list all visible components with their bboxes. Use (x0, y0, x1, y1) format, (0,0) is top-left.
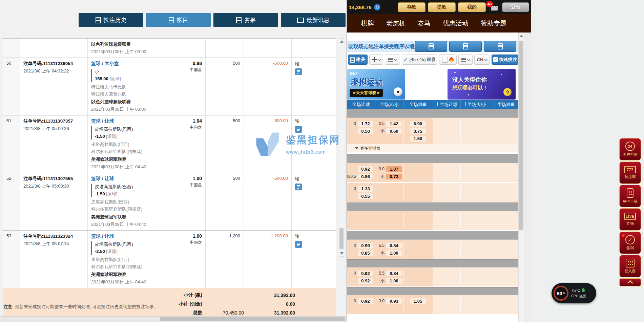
odds-button[interactable]: 0.92 (358, 271, 373, 276)
col-full-overunder[interactable]: 全场大/小 (375, 100, 404, 109)
odds-button-highlighted[interactable]: 1.07 (386, 166, 402, 172)
nav-item-horse-racing[interactable]: 赛马 (418, 19, 431, 28)
odds-button[interactable]: 0.85 (358, 250, 373, 256)
bet-note-icon[interactable] (295, 126, 302, 133)
league-band[interactable] (347, 154, 518, 163)
odds-button[interactable]: 1.00 (386, 278, 402, 284)
notification-dot (622, 234, 625, 237)
language-dropdown[interactable]: CN (474, 55, 490, 65)
col-full-handicap[interactable]: 全场让球 (347, 100, 375, 109)
bet-note-icon[interactable] (295, 68, 302, 75)
odds-button[interactable]: 1.05 (410, 298, 426, 304)
add-market-dropdown[interactable] (369, 55, 383, 65)
view-mode-dropdown[interactable] (458, 55, 472, 65)
refresh-balance-icon[interactable]: ↻ (374, 4, 380, 10)
row-number: 53 (3, 231, 20, 288)
slots-button[interactable]: 777 玩拉霸 (619, 162, 641, 184)
login-device-button[interactable]: 登入器 (619, 255, 641, 277)
odds-button[interactable]: 0.92 (358, 278, 373, 284)
odds-button[interactable]: 0.86 (358, 174, 373, 179)
table-row: 50 注单号码:111311236054 2021/3/8 上午 04:32:2… (3, 58, 336, 115)
event-time: 2021年03月08日 上午 03:00 (91, 106, 169, 112)
odds-button[interactable]: 0.92 (358, 298, 373, 304)
scrollbar-thumb[interactable] (160, 317, 345, 321)
league-band[interactable] (347, 202, 518, 211)
odds-button[interactable]: 0.60 (386, 128, 402, 134)
odds-button[interactable]: 0.92 (358, 166, 373, 172)
live-stream-button[interactable]: LIVE 直播 (619, 208, 641, 231)
odds-button[interactable]: 0.99 (358, 243, 373, 249)
tab-results[interactable]: 赛果 (213, 13, 278, 27)
scrollbar-thumb[interactable] (339, 228, 344, 249)
tab-accounts-label: 帐目 (177, 16, 188, 24)
league-filter-button[interactable]: ✓ (45 / 45) 联赛 (402, 55, 437, 65)
quick-bet-toggle[interactable]: ✓ 快速投注 (492, 55, 518, 65)
odds-button-highlighted[interactable]: 0.73 (386, 174, 402, 179)
market-link[interactable]: 篮球 / 让球 (91, 176, 169, 182)
betslip-button[interactable] (415, 41, 447, 52)
market-link[interactable]: 篮球 / 大小盘 (91, 61, 169, 67)
odds-button[interactable]: 0.93 (386, 298, 402, 304)
statement-button[interactable] (449, 41, 482, 52)
hot-matches-toggle[interactable] (439, 55, 457, 65)
betslip-icon (429, 43, 434, 49)
col-full-moneyline[interactable]: 全场独赢 (404, 100, 432, 109)
quick-bet-checkbox[interactable]: ✓ (493, 57, 498, 62)
league-band[interactable] (347, 231, 518, 240)
col-half-handicap[interactable]: 上半场让球 (432, 100, 461, 109)
odds-button[interactable]: 1.72 (358, 121, 373, 127)
col-half-overunder[interactable]: 上半场大/小 (461, 100, 489, 109)
odds-button[interactable]: 0.55 (358, 193, 373, 199)
odds-vertical-scrollbar[interactable] (518, 33, 524, 322)
logout-button[interactable]: 登出 (502, 2, 529, 12)
sort-dropdown[interactable] (385, 55, 400, 65)
tab-latest-news[interactable]: 最新讯息 (281, 13, 346, 27)
results-doc-button[interactable] (484, 41, 516, 52)
odds-button[interactable]: 0.50 (358, 128, 373, 134)
odds-button[interactable]: 1.50 (410, 136, 426, 142)
odds-button[interactable]: 1.42 (386, 121, 402, 127)
odds-button[interactable]: 3.75 (410, 128, 426, 134)
league-band[interactable] (347, 109, 518, 118)
check-in-button[interactable]: ✓ 签到 (619, 232, 641, 254)
banner-subtitle: ★天天有球赛★ (350, 89, 383, 97)
tab-accounts[interactable]: 帐目 (146, 13, 211, 27)
odds-button[interactable]: 0.84 (386, 243, 402, 249)
bet-note-icon[interactable] (295, 241, 302, 248)
league-band[interactable] (347, 259, 518, 267)
scroll-up-arrow[interactable] (340, 40, 344, 43)
odds-type: 中国盘 (176, 240, 202, 245)
parlay-button[interactable]: 串关 (348, 55, 368, 65)
league-band[interactable] (347, 287, 518, 295)
hot-checkbox[interactable] (442, 57, 448, 63)
deposit-button[interactable]: 存款 (398, 2, 425, 12)
nav-item-promotions[interactable]: 优惠活动 (443, 19, 469, 28)
nav-item-slots[interactable]: 老虎机 (386, 19, 406, 28)
odds-button[interactable]: 0.84 (386, 271, 402, 276)
customer-service-button[interactable]: 24 客户咨询 (619, 138, 641, 160)
app-download-button[interactable]: APP下载 (619, 185, 641, 207)
play-anywhere-banner[interactable]: 没人关得住你 想玩哪都可以！ 9 (448, 69, 516, 100)
withdraw-button[interactable]: 提款 (428, 2, 456, 12)
collapse-sidebar-button[interactable] (619, 278, 641, 286)
nav-item-board-games[interactable]: 棋牌 (361, 19, 374, 28)
bet-note-icon[interactable] (295, 184, 302, 190)
tab-bet-history[interactable]: 投注历史 (79, 13, 143, 27)
history-horizontal-scrollbar[interactable] (0, 316, 346, 322)
nav-item-sponsorship[interactable]: 赞助专题 (481, 19, 506, 28)
virtual-sports-banner[interactable]: 24/7 虚拟运动 ★天天有球赛★ (347, 69, 405, 100)
team-away: 科尔多瓦研究所队(阿根廷) (91, 264, 169, 270)
more-asian-lines-link[interactable]: 更多亚洲盘 (347, 144, 518, 152)
scrollbar-thumb[interactable] (519, 41, 523, 230)
odds-button[interactable]: 1.33 (358, 186, 373, 192)
market-link[interactable]: 篮球 / 让球 (91, 233, 169, 239)
odds-button[interactable]: 1.00 (386, 250, 402, 256)
history-vertical-scrollbar[interactable] (339, 38, 344, 257)
market-link[interactable]: 篮球 / 让球 (91, 118, 169, 124)
odds-button[interactable]: 6.90 (410, 121, 426, 127)
col-half-moneyline[interactable]: 上半场独赢 (489, 100, 518, 109)
my-account-button[interactable]: 我的 (458, 2, 486, 12)
scroll-down-arrow[interactable] (340, 252, 344, 255)
messages-button[interactable]: 48 (489, 4, 498, 10)
scroll-up-arrow[interactable] (520, 35, 523, 37)
